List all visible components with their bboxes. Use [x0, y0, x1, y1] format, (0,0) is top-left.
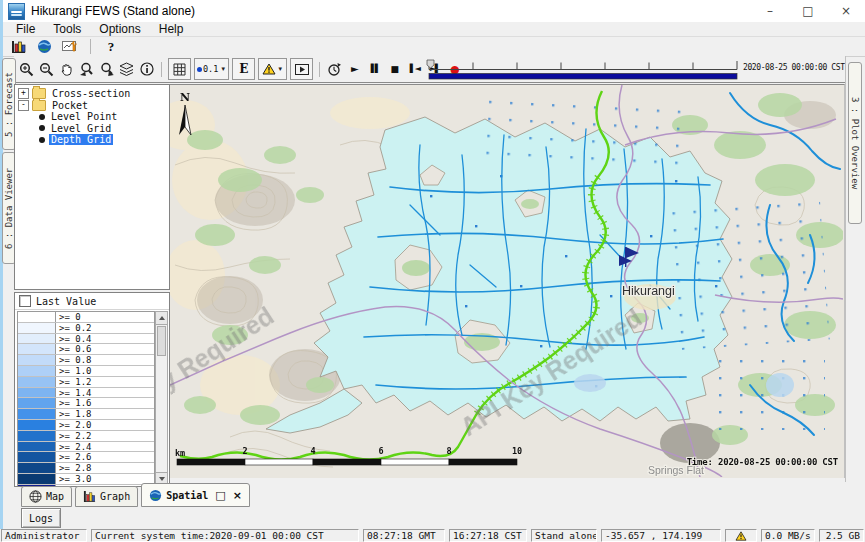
title-bar: Hikurangi FEWS (Stand alone) – □ ×: [3, 0, 865, 23]
legend-row: >= 0.6: [18, 344, 154, 355]
zoom-next-icon[interactable]: [98, 60, 115, 78]
spatial-layer-tree-panel: + Cross-section - Pocket Level Point Lev…: [14, 84, 170, 290]
timeline-thumb[interactable]: [427, 60, 434, 68]
window-title: Hikurangi FEWS (Stand alone): [31, 4, 195, 18]
legend-label: >= 1.8: [56, 409, 92, 419]
expand-icon[interactable]: +: [18, 88, 29, 99]
map-canvas[interactable]: Hikurangi Springs Flat API Key Required …: [170, 84, 845, 478]
legend-label: >= 2.2: [56, 431, 92, 441]
collapse-icon[interactable]: -: [18, 100, 29, 111]
pause-button[interactable]: ▌▌: [366, 60, 383, 78]
database-explorer-icon[interactable]: [9, 39, 27, 55]
tab-label: Map: [46, 491, 64, 502]
tree-item-pocket[interactable]: - Pocket: [18, 100, 169, 112]
legend-row: >= 2.6: [18, 452, 154, 463]
export-movie-button[interactable]: [290, 58, 313, 80]
tree-item-label[interactable]: Level Grid: [49, 123, 113, 134]
step-to-begin-button[interactable]: ▌◄: [406, 60, 423, 78]
scale-tick: 2: [242, 446, 247, 456]
tree-item-label-selected[interactable]: Depth Grid: [49, 134, 113, 145]
legend-scrollbar[interactable]: [155, 311, 168, 486]
panel-tab-bar: Map Graph Spatial □ ×: [3, 483, 865, 507]
spatial-display-icon[interactable]: [35, 39, 53, 55]
status-bandwidth: 0.0 MB/s: [761, 529, 815, 542]
menu-help[interactable]: Help: [150, 22, 193, 36]
legend-swatch: [18, 442, 56, 452]
zoom-in-icon[interactable]: [18, 60, 35, 78]
tree-item-label[interactable]: Level Point: [49, 111, 119, 122]
legend-swatch: [18, 409, 56, 419]
precision-dot-icon: [197, 67, 202, 72]
layer-node-icon: [39, 137, 45, 143]
legend-row: >= 2.0: [18, 420, 154, 431]
legend-row: >= 2.2: [18, 431, 154, 442]
legend-label: >= 1.6: [56, 398, 92, 408]
legend-swatch: [18, 420, 56, 430]
legend-row: >= 0: [18, 312, 154, 323]
menu-file[interactable]: File: [7, 22, 44, 36]
toolbar-separator: [161, 62, 162, 77]
status-bar: Administrator Current system time:2020-0…: [0, 529, 865, 542]
decimal-precision-dropdown[interactable]: 0.1 ▼: [194, 58, 229, 80]
dock-tab-plot-overview[interactable]: 3 : Plot Overview: [848, 62, 862, 224]
pan-hand-icon[interactable]: [58, 60, 75, 78]
label-tool-button[interactable]: E: [232, 58, 255, 80]
toolbar-separator: [90, 39, 91, 54]
wire-globe-icon: [29, 490, 42, 503]
scale-tick: 4: [310, 446, 315, 456]
zoom-previous-icon[interactable]: [78, 60, 95, 78]
tab-spatial[interactable]: Spatial □ ×: [141, 483, 250, 507]
globe-icon: [149, 489, 162, 502]
maximize-button[interactable]: □: [789, 0, 827, 22]
legend-swatch: [18, 344, 56, 354]
legend-panel: Last Value >= 0>= 0.2>= 0.4>= 0.6>= 0.8>…: [14, 292, 170, 487]
north-label: N: [180, 91, 190, 104]
tree-item-depth-grid[interactable]: Depth Grid: [39, 134, 169, 146]
play-button[interactable]: ►: [346, 60, 363, 78]
panel-maximize-icon[interactable]: □: [215, 489, 225, 502]
legend-label: >= 0.6: [56, 344, 92, 354]
logs-button[interactable]: Logs: [21, 508, 61, 528]
menu-bar: File Tools Options Help: [3, 22, 865, 37]
scale-tick: 10: [512, 446, 522, 456]
info-icon[interactable]: [138, 60, 155, 78]
timeseries-dialog-icon[interactable]: [61, 39, 79, 55]
layer-node-icon: [39, 114, 45, 120]
animation-settings-icon[interactable]: [326, 60, 343, 78]
tree-item-cross-section[interactable]: + Cross-section: [18, 88, 169, 100]
legend-swatch: [18, 323, 56, 333]
tree-item-label[interactable]: Pocket: [50, 100, 90, 111]
tab-map[interactable]: Map: [21, 486, 72, 507]
minimize-button[interactable]: –: [751, 0, 789, 22]
close-button[interactable]: ×: [827, 0, 865, 22]
scale-tick: 6: [378, 446, 383, 456]
tab-label: Graph: [100, 491, 130, 502]
scroll-up-icon[interactable]: [156, 312, 167, 325]
menu-tools[interactable]: Tools: [44, 22, 90, 36]
legend-swatch: [18, 398, 56, 408]
status-coordinates: -35.657 , 174.199: [601, 529, 721, 542]
stop-button[interactable]: ■: [386, 60, 403, 78]
legend-swatch: [18, 355, 56, 365]
tree-item-level-grid[interactable]: Level Grid: [39, 123, 169, 135]
legend-label: >= 2.4: [56, 442, 92, 452]
status-local-time: 16:27:18 CST: [449, 529, 527, 542]
status-system-time: Current system time:2020-09-01 00:00 CST: [91, 529, 359, 542]
zoom-out-icon[interactable]: [38, 60, 55, 78]
tab-graph[interactable]: Graph: [75, 486, 138, 507]
chevron-down-icon: ▼: [220, 66, 226, 72]
thresholds-dropdown[interactable]: ▼: [258, 58, 287, 80]
timeline-slider[interactable]: [425, 58, 741, 81]
layers-icon[interactable]: [118, 60, 135, 78]
last-value-checkbox[interactable]: [19, 295, 31, 307]
menu-options[interactable]: Options: [90, 22, 149, 36]
help-icon[interactable]: ?: [102, 39, 120, 55]
tree-item-level-point[interactable]: Level Point: [39, 111, 169, 123]
grid-display-button[interactable]: [168, 58, 191, 80]
status-warning[interactable]: [725, 529, 757, 542]
tree-item-label[interactable]: Cross-section: [50, 88, 132, 99]
scrollbar-thumb[interactable]: [157, 326, 166, 356]
panel-close-icon[interactable]: ×: [233, 489, 242, 502]
main-toolbar: ?: [3, 37, 865, 57]
scale-unit-label: km: [175, 448, 185, 458]
